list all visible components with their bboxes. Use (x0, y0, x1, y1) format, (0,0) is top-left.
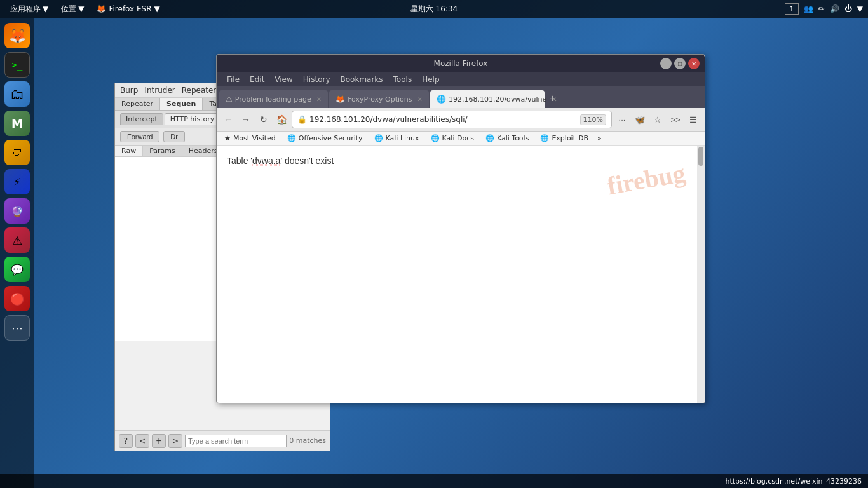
bookmark-offensive-security[interactable]: 🌐 Offensive Security (285, 133, 365, 144)
firefox-maximize-btn[interactable]: □ (674, 58, 686, 69)
places-dropdown-icon: ▼ (78, 4, 84, 13)
dock-firefox[interactable]: 🦊 (4, 23, 30, 48)
burp-menu-repeater[interactable]: Repeater (182, 86, 217, 95)
taskbar-clock: 星期六 16:34 (410, 4, 458, 15)
burp-ctab-params[interactable]: Params (143, 146, 182, 156)
burp-drop-btn[interactable]: Dr (163, 131, 185, 142)
nav-home-btn[interactable]: 🏠 (274, 112, 289, 127)
nav-forward-btn[interactable]: → (238, 112, 254, 127)
error-message-suffix: ' doesn't exist (280, 156, 334, 166)
firefox-minimize-btn[interactable]: − (660, 58, 672, 69)
burp-menu-burp[interactable]: Burp (120, 86, 138, 95)
dock-files[interactable]: 🗂 (4, 81, 30, 107)
firebug-watermark: firebug (605, 158, 688, 201)
bottom-status-bar: https://blog.csdn.net/weixin_43239236 (0, 474, 868, 488)
nav-more-btn[interactable]: ··· (614, 112, 630, 127)
kali-linux-icon: 🌐 (374, 134, 383, 142)
ff-menu-tools[interactable]: Tools (388, 74, 417, 85)
error-message-prefix: Table ' (227, 156, 252, 166)
burp-ctab-raw[interactable]: Raw (115, 146, 143, 156)
nav-menu-btn[interactable]: ☰ (686, 112, 701, 127)
burp-footer: ? < + > 0 matches (115, 430, 330, 451)
tab-foxyproxy[interactable]: 🦊 FoxyProxy Options ✕ (329, 90, 429, 108)
tab-problem-loading-favicon: ⚠ (226, 95, 233, 104)
burp-tab-repeater[interactable]: Repeater (115, 98, 160, 110)
most-visited-icon: ★ (224, 134, 231, 142)
bookmark-kali-linux[interactable]: 🌐 Kali Linux (372, 133, 422, 144)
bookmark-kali-tools[interactable]: 🌐 Kali Tools (483, 133, 531, 144)
dock-burp[interactable]: 🛡 (4, 140, 30, 165)
nav-pocket-btn[interactable]: 🦋 (632, 112, 648, 127)
pen-icon: ✏ (818, 4, 825, 13)
ff-menu-help[interactable]: Help (417, 74, 444, 85)
burp-prev-btn[interactable]: < (135, 434, 149, 448)
dock-metasploit[interactable]: ⚡ (4, 169, 30, 194)
kali-tools-label: Kali Tools (497, 134, 529, 142)
dock-purple-tool[interactable]: 🔮 (4, 198, 30, 224)
nav-reload-btn[interactable]: ↻ (256, 112, 271, 127)
desktop: 应用程序 ▼ 位置 ▼ 🦊 Firefox ESR ▼ 星期六 16:34 1 … (0, 0, 868, 488)
navbar-right-icons: ··· 🦋 ☆ >> ☰ (614, 112, 701, 127)
bookmark-most-visited[interactable]: ★ Most Visited (222, 133, 278, 144)
scrollbar-thumb[interactable] (698, 147, 703, 166)
dock-apps-grid[interactable]: ⋯ (4, 315, 30, 341)
burp-subtab-http-history[interactable]: HTTP history (165, 113, 220, 125)
tab-dvwa[interactable]: 🌐 192.168.101.20/dvwa/vulne ✕ (430, 90, 545, 108)
firefox-close-btn[interactable]: ✕ (688, 58, 700, 69)
tab-problem-loading-label: Problem loading page (235, 95, 311, 104)
burp-match-count: 0 matches (289, 437, 326, 445)
status-url: https://blog.csdn.net/weixin_43239236 (725, 477, 862, 485)
kali-docs-label: Kali Docs (442, 134, 474, 142)
firefox-urlbar[interactable]: 🔒 192.168.101.20/dvwa/vulnerabilities/sq… (292, 111, 612, 128)
nav-star-btn[interactable]: ☆ (650, 112, 665, 127)
burp-plus-btn[interactable]: + (152, 434, 166, 448)
new-tab-btn[interactable]: + (546, 93, 559, 104)
dock-zaproxy[interactable]: ⚠ (4, 227, 30, 253)
nav-devtools-btn[interactable]: >> (668, 112, 683, 127)
dock-red-tool[interactable]: 🔴 (4, 286, 30, 311)
apps-menu[interactable]: 应用程序 ▼ (5, 3, 53, 16)
ff-menu-view[interactable]: View (269, 74, 297, 85)
power-dropdown-icon: ▼ (857, 4, 863, 13)
tab-foxyproxy-close[interactable]: ✕ (417, 96, 423, 103)
dock-terminal[interactable]: >_ (4, 52, 30, 78)
ff-menu-bookmarks[interactable]: Bookmarks (336, 74, 388, 85)
burp-next-btn[interactable]: > (168, 434, 182, 448)
firefox-navbar: ← → ↻ 🏠 🔒 192.168.101.20/dvwa/vulnerabil… (217, 108, 705, 132)
burp-tab-sequencer[interactable]: Sequen (160, 98, 203, 110)
exploit-db-label: Exploit-DB (552, 134, 588, 142)
burp-search-input[interactable] (185, 435, 287, 447)
firefox-menubar: File Edit View History Bookmarks Tools H… (217, 72, 705, 86)
dock-email[interactable]: M (4, 111, 30, 136)
firefox-taskbar-label: Firefox ESR (109, 4, 151, 13)
volume-icon: 🔊 (830, 4, 839, 13)
bookmarks-more-icon[interactable]: » (597, 134, 602, 142)
nav-back-btn[interactable]: ← (220, 112, 236, 127)
places-menu[interactable]: 位置 ▼ (56, 3, 89, 16)
workspace-indicator[interactable]: 1 (785, 3, 799, 15)
burp-subtab-intercept[interactable]: Intercept (120, 113, 163, 125)
ff-menu-edit[interactable]: Edit (245, 74, 269, 85)
ff-menu-history[interactable]: History (298, 74, 336, 85)
burp-help-btn[interactable]: ? (119, 434, 133, 448)
page-scrollbar[interactable] (697, 146, 705, 403)
tab-foxyproxy-label: FoxyProxy Options (348, 95, 412, 104)
ff-menu-file[interactable]: File (222, 74, 245, 85)
places-label: 位置 (61, 4, 76, 15)
burp-forward-btn[interactable]: Forward (120, 131, 159, 142)
burp-menu-intruder[interactable]: Intruder (144, 86, 175, 95)
bookmark-exploit-db[interactable]: 🌐 Exploit-DB (538, 133, 591, 144)
bookmark-kali-docs[interactable]: 🌐 Kali Docs (428, 133, 477, 144)
tab-problem-loading-close[interactable]: ✕ (316, 96, 322, 103)
firefox-titlebar: Mozilla Firefox − □ ✕ (217, 55, 705, 72)
firefox-taskbar-item[interactable]: 🦊 Firefox ESR ▼ (92, 3, 165, 15)
firefox-content-area: File Edit View History Bookmarks Tools H… (217, 72, 705, 403)
url-text: 192.168.101.20/dvwa/vulnerabilities/sqli… (309, 115, 578, 124)
kali-tools-icon: 🌐 (485, 134, 494, 142)
dock-green-tool[interactable]: 💬 (4, 257, 30, 282)
users-icon: 👥 (804, 4, 813, 13)
taskbar-top: 应用程序 ▼ 位置 ▼ 🦊 Firefox ESR ▼ 星期六 16:34 1 … (0, 0, 868, 18)
bookmarks-bar: ★ Most Visited 🌐 Offensive Security 🌐 Ka… (217, 132, 705, 146)
most-visited-label: Most Visited (233, 134, 276, 142)
tab-problem-loading[interactable]: ⚠ Problem loading page ✕ (219, 90, 328, 108)
